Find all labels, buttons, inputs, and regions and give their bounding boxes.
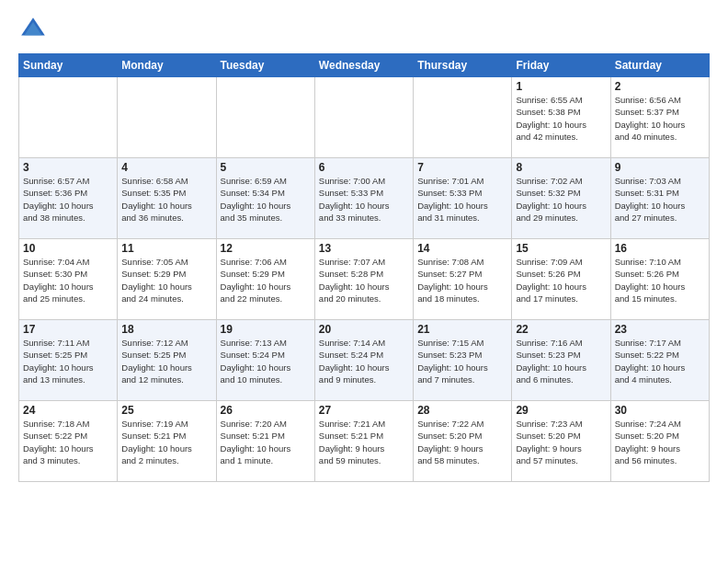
calendar-week-row: 3Sunrise: 6:57 AM Sunset: 5:36 PM Daylig… xyxy=(19,158,710,239)
weekday-header: Friday xyxy=(512,54,610,77)
page: SundayMondayTuesdayWednesdayThursdayFrid… xyxy=(0,0,728,491)
day-info: Sunrise: 7:24 AM Sunset: 5:20 PM Dayligh… xyxy=(615,418,705,466)
calendar-week-row: 24Sunrise: 7:18 AM Sunset: 5:22 PM Dayli… xyxy=(19,401,710,482)
calendar-day-cell: 14Sunrise: 7:08 AM Sunset: 5:27 PM Dayli… xyxy=(414,239,512,320)
day-info: Sunrise: 7:13 AM Sunset: 5:24 PM Dayligh… xyxy=(221,337,311,385)
calendar-day-cell: 19Sunrise: 7:13 AM Sunset: 5:24 PM Dayli… xyxy=(216,320,314,401)
day-number: 21 xyxy=(417,323,507,336)
calendar-day-cell: 8Sunrise: 7:02 AM Sunset: 5:32 PM Daylig… xyxy=(512,158,610,239)
calendar-day-cell: 16Sunrise: 7:10 AM Sunset: 5:26 PM Dayli… xyxy=(610,239,709,320)
day-info: Sunrise: 7:20 AM Sunset: 5:21 PM Dayligh… xyxy=(221,418,311,466)
day-number: 1 xyxy=(516,80,606,93)
calendar-day-cell xyxy=(118,77,216,158)
calendar-day-cell: 21Sunrise: 7:15 AM Sunset: 5:23 PM Dayli… xyxy=(414,320,512,401)
day-info: Sunrise: 7:00 AM Sunset: 5:33 PM Dayligh… xyxy=(319,175,409,224)
calendar-day-cell: 3Sunrise: 6:57 AM Sunset: 5:36 PM Daylig… xyxy=(19,158,118,239)
weekday-header: Monday xyxy=(118,54,216,77)
day-info: Sunrise: 7:10 AM Sunset: 5:26 PM Dayligh… xyxy=(615,256,705,304)
day-number: 20 xyxy=(319,323,409,336)
day-info: Sunrise: 7:16 AM Sunset: 5:23 PM Dayligh… xyxy=(516,337,606,385)
day-number: 8 xyxy=(516,161,606,174)
day-number: 11 xyxy=(121,242,211,255)
day-number: 18 xyxy=(121,323,211,336)
calendar-day-cell xyxy=(19,77,118,158)
logo-icon xyxy=(18,15,48,44)
day-number: 17 xyxy=(23,323,113,336)
calendar-week-row: 1Sunrise: 6:55 AM Sunset: 5:38 PM Daylig… xyxy=(19,77,710,158)
day-number: 27 xyxy=(319,404,409,417)
calendar-day-cell: 24Sunrise: 7:18 AM Sunset: 5:22 PM Dayli… xyxy=(19,401,118,482)
calendar-day-cell: 9Sunrise: 7:03 AM Sunset: 5:31 PM Daylig… xyxy=(610,158,709,239)
calendar-day-cell: 26Sunrise: 7:20 AM Sunset: 5:21 PM Dayli… xyxy=(216,401,314,482)
weekday-header: Wednesday xyxy=(314,54,413,77)
calendar-day-cell: 28Sunrise: 7:22 AM Sunset: 5:20 PM Dayli… xyxy=(414,401,512,482)
calendar: SundayMondayTuesdayWednesdayThursdayFrid… xyxy=(18,53,710,482)
calendar-day-cell: 7Sunrise: 7:01 AM Sunset: 5:33 PM Daylig… xyxy=(414,158,512,239)
day-info: Sunrise: 7:23 AM Sunset: 5:20 PM Dayligh… xyxy=(516,418,606,466)
day-number: 22 xyxy=(516,323,606,336)
day-number: 6 xyxy=(319,161,409,174)
day-number: 29 xyxy=(516,404,606,417)
day-info: Sunrise: 7:02 AM Sunset: 5:32 PM Dayligh… xyxy=(516,175,606,224)
calendar-day-cell: 17Sunrise: 7:11 AM Sunset: 5:25 PM Dayli… xyxy=(19,320,118,401)
day-number: 9 xyxy=(615,161,705,174)
day-info: Sunrise: 7:06 AM Sunset: 5:29 PM Dayligh… xyxy=(221,256,311,304)
day-info: Sunrise: 6:56 AM Sunset: 5:37 PM Dayligh… xyxy=(615,94,705,143)
calendar-day-cell: 18Sunrise: 7:12 AM Sunset: 5:25 PM Dayli… xyxy=(118,320,216,401)
calendar-day-cell: 13Sunrise: 7:07 AM Sunset: 5:28 PM Dayli… xyxy=(314,239,413,320)
calendar-day-cell: 5Sunrise: 6:59 AM Sunset: 5:34 PM Daylig… xyxy=(216,158,314,239)
day-number: 30 xyxy=(615,404,705,417)
weekday-header: Saturday xyxy=(610,54,709,77)
calendar-day-cell: 20Sunrise: 7:14 AM Sunset: 5:24 PM Dayli… xyxy=(314,320,413,401)
day-info: Sunrise: 7:07 AM Sunset: 5:28 PM Dayligh… xyxy=(319,256,409,304)
calendar-day-cell: 1Sunrise: 6:55 AM Sunset: 5:38 PM Daylig… xyxy=(512,77,610,158)
day-info: Sunrise: 7:03 AM Sunset: 5:31 PM Dayligh… xyxy=(615,175,705,224)
day-number: 24 xyxy=(23,404,113,417)
day-info: Sunrise: 7:15 AM Sunset: 5:23 PM Dayligh… xyxy=(417,337,507,385)
day-number: 3 xyxy=(23,161,113,174)
logo xyxy=(18,15,51,44)
calendar-day-cell: 30Sunrise: 7:24 AM Sunset: 5:20 PM Dayli… xyxy=(610,401,709,482)
weekday-header: Sunday xyxy=(19,54,118,77)
day-info: Sunrise: 7:01 AM Sunset: 5:33 PM Dayligh… xyxy=(417,175,507,224)
day-info: Sunrise: 6:59 AM Sunset: 5:34 PM Dayligh… xyxy=(221,175,311,224)
calendar-day-cell: 22Sunrise: 7:16 AM Sunset: 5:23 PM Dayli… xyxy=(512,320,610,401)
calendar-day-cell xyxy=(314,77,413,158)
day-number: 26 xyxy=(221,404,311,417)
day-info: Sunrise: 7:09 AM Sunset: 5:26 PM Dayligh… xyxy=(516,256,606,304)
day-info: Sunrise: 7:14 AM Sunset: 5:24 PM Dayligh… xyxy=(319,337,409,385)
day-number: 5 xyxy=(221,161,311,174)
calendar-day-cell: 11Sunrise: 7:05 AM Sunset: 5:29 PM Dayli… xyxy=(118,239,216,320)
day-info: Sunrise: 7:21 AM Sunset: 5:21 PM Dayligh… xyxy=(319,418,409,466)
day-number: 2 xyxy=(615,80,705,93)
day-number: 10 xyxy=(23,242,113,255)
calendar-day-cell: 29Sunrise: 7:23 AM Sunset: 5:20 PM Dayli… xyxy=(512,401,610,482)
calendar-day-cell: 15Sunrise: 7:09 AM Sunset: 5:26 PM Dayli… xyxy=(512,239,610,320)
weekday-header: Thursday xyxy=(414,54,512,77)
day-info: Sunrise: 7:05 AM Sunset: 5:29 PM Dayligh… xyxy=(121,256,211,304)
weekday-header: Tuesday xyxy=(216,54,314,77)
day-number: 23 xyxy=(615,323,705,336)
header xyxy=(18,15,710,44)
calendar-day-cell: 10Sunrise: 7:04 AM Sunset: 5:30 PM Dayli… xyxy=(19,239,118,320)
day-info: Sunrise: 6:58 AM Sunset: 5:35 PM Dayligh… xyxy=(121,175,211,224)
calendar-day-cell: 4Sunrise: 6:58 AM Sunset: 5:35 PM Daylig… xyxy=(118,158,216,239)
day-number: 4 xyxy=(121,161,211,174)
day-number: 16 xyxy=(615,242,705,255)
calendar-day-cell: 23Sunrise: 7:17 AM Sunset: 5:22 PM Dayli… xyxy=(610,320,709,401)
day-info: Sunrise: 7:08 AM Sunset: 5:27 PM Dayligh… xyxy=(417,256,507,304)
day-info: Sunrise: 6:55 AM Sunset: 5:38 PM Dayligh… xyxy=(516,94,606,143)
day-info: Sunrise: 7:17 AM Sunset: 5:22 PM Dayligh… xyxy=(615,337,705,385)
calendar-day-cell: 6Sunrise: 7:00 AM Sunset: 5:33 PM Daylig… xyxy=(314,158,413,239)
day-number: 28 xyxy=(417,404,507,417)
day-info: Sunrise: 7:18 AM Sunset: 5:22 PM Dayligh… xyxy=(23,418,113,466)
calendar-day-cell: 27Sunrise: 7:21 AM Sunset: 5:21 PM Dayli… xyxy=(314,401,413,482)
calendar-day-cell: 2Sunrise: 6:56 AM Sunset: 5:37 PM Daylig… xyxy=(610,77,709,158)
day-number: 7 xyxy=(417,161,507,174)
calendar-day-cell: 12Sunrise: 7:06 AM Sunset: 5:29 PM Dayli… xyxy=(216,239,314,320)
calendar-day-cell: 25Sunrise: 7:19 AM Sunset: 5:21 PM Dayli… xyxy=(118,401,216,482)
day-number: 25 xyxy=(121,404,211,417)
day-info: Sunrise: 6:57 AM Sunset: 5:36 PM Dayligh… xyxy=(23,175,113,224)
day-info: Sunrise: 7:04 AM Sunset: 5:30 PM Dayligh… xyxy=(23,256,113,304)
calendar-week-row: 10Sunrise: 7:04 AM Sunset: 5:30 PM Dayli… xyxy=(19,239,710,320)
